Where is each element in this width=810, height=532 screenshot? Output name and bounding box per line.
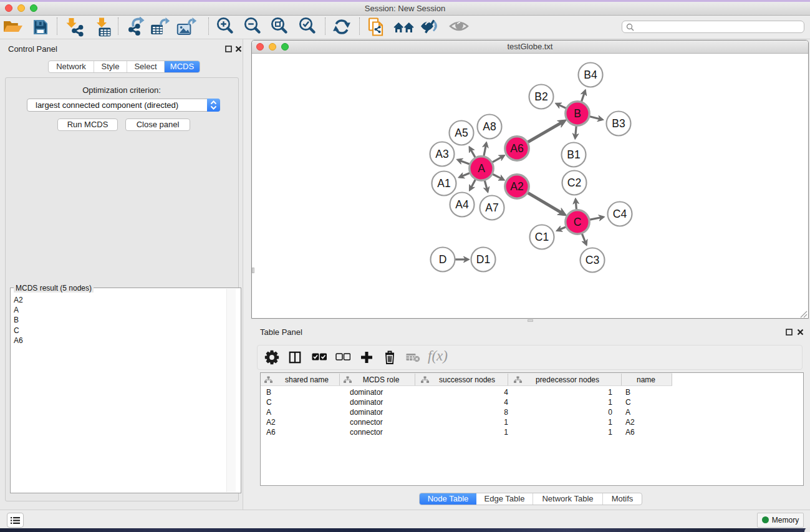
svg-text:B3: B3 [612, 117, 625, 130]
svg-text:D1: D1 [476, 253, 490, 266]
svg-text:D: D [439, 253, 447, 266]
svg-text:A8: A8 [483, 120, 496, 133]
svg-text:B1: B1 [567, 148, 580, 161]
svg-text:B2: B2 [534, 90, 547, 103]
svg-text:B: B [574, 107, 581, 120]
svg-text:C1: C1 [535, 231, 549, 243]
svg-text:A1: A1 [437, 177, 450, 190]
svg-text:C4: C4 [613, 208, 627, 220]
svg-text:A2: A2 [510, 180, 523, 193]
svg-text:A6: A6 [510, 142, 523, 155]
svg-text:A3: A3 [435, 148, 448, 160]
svg-text:A: A [478, 162, 485, 175]
svg-text:A5: A5 [455, 127, 468, 139]
svg-text:C: C [574, 216, 582, 228]
svg-text:B4: B4 [584, 69, 597, 81]
svg-text:C3: C3 [586, 254, 599, 266]
svg-text:A4: A4 [455, 198, 469, 211]
svg-text:C2: C2 [567, 177, 581, 189]
svg-text:A7: A7 [485, 201, 498, 214]
